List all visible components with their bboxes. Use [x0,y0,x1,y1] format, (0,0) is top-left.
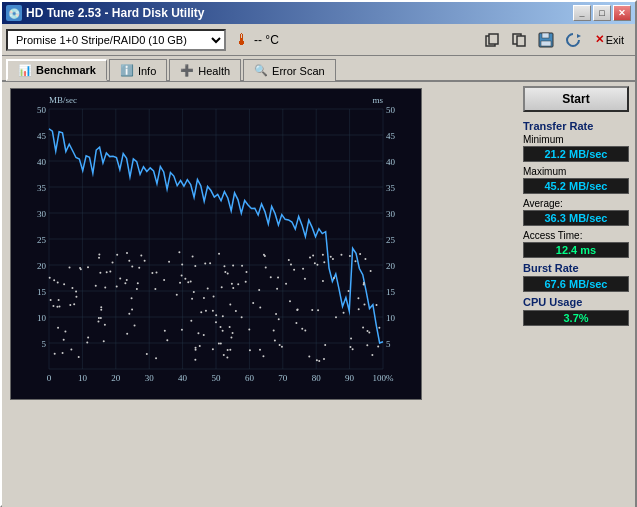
burst-rate-title: Burst Rate [523,262,629,274]
cpu-usage-value: 3.7% [523,310,629,326]
toolbar-icons: ✕ Exit [480,29,631,51]
title-bar: 💿 HD Tune 2.53 - Hard Disk Utility _ □ ✕ [2,2,635,24]
sidebar: Start Transfer Rate Minimum 21.2 MB/sec … [517,82,635,507]
minimum-label: Minimum [523,134,629,145]
tab-error-scan[interactable]: 🔍 Error Scan [243,59,336,81]
svg-rect-3 [517,36,525,46]
close-button[interactable]: ✕ [613,5,631,21]
tabs-bar: 📊 Benchmark ℹ️ Info ➕ Health 🔍 Error Sca… [2,56,635,82]
temp-value: -- °C [254,33,279,47]
burst-rate-section: Burst Rate 67.6 MB/sec [523,262,629,292]
drive-select[interactable]: Promise 1+0 Stripe/RAID0 (10 GB) [6,29,226,51]
thermometer-icon: 🌡 [234,31,250,49]
minimize-button[interactable]: _ [573,5,591,21]
start-button[interactable]: Start [523,86,629,112]
tab-health[interactable]: ➕ Health [169,59,241,81]
main-content: Start Transfer Rate Minimum 21.2 MB/sec … [2,82,635,507]
save-button[interactable] [534,29,558,51]
transfer-rate-title: Transfer Rate [523,120,629,132]
maximum-label: Maximum [523,166,629,177]
burst-rate-value: 67.6 MB/sec [523,276,629,292]
app-icon: 💿 [6,5,22,21]
access-time-value: 12.4 ms [523,242,629,258]
exit-label: Exit [606,34,624,46]
exit-button[interactable]: ✕ Exit [588,29,631,51]
error-scan-tab-icon: 🔍 [254,64,268,77]
info-tab-icon: ℹ️ [120,64,134,77]
svg-rect-6 [541,41,551,46]
health-tab-label: Health [198,65,230,77]
access-time-title: Access Time: [523,230,629,241]
info-tab-label: Info [138,65,156,77]
main-window: 💿 HD Tune 2.53 - Hard Disk Utility _ □ ✕… [0,0,637,507]
transfer-rate-section: Transfer Rate Minimum 21.2 MB/sec Maximu… [523,120,629,226]
copy1-button[interactable] [480,29,504,51]
temp-display: 🌡 -- °C [234,31,279,49]
drive-select-wrapper[interactable]: Promise 1+0 Stripe/RAID0 (10 GB) [6,29,226,51]
toolbar: Promise 1+0 Stripe/RAID0 (10 GB) 🌡 -- °C… [2,24,635,56]
average-label: Average: [523,198,629,209]
error-scan-tab-label: Error Scan [272,65,325,77]
exit-icon: ✕ [595,33,604,46]
svg-rect-5 [542,33,549,38]
maximum-value: 45.2 MB/sec [523,178,629,194]
svg-rect-1 [489,34,498,44]
tab-info[interactable]: ℹ️ Info [109,59,167,81]
benchmark-chart [10,88,422,400]
minimum-value: 21.2 MB/sec [523,146,629,162]
access-time-section: Access Time: 12.4 ms [523,230,629,258]
cpu-usage-section: CPU Usage 3.7% [523,296,629,326]
title-bar-buttons: _ □ ✕ [573,5,631,21]
maximize-button[interactable]: □ [593,5,611,21]
average-value: 36.3 MB/sec [523,210,629,226]
refresh-button[interactable] [561,29,585,51]
svg-marker-7 [577,34,581,38]
window-title: HD Tune 2.53 - Hard Disk Utility [26,6,573,20]
copy2-button[interactable] [507,29,531,51]
benchmark-tab-label: Benchmark [36,64,96,76]
health-tab-icon: ➕ [180,64,194,77]
chart-area [2,82,517,507]
cpu-usage-title: CPU Usage [523,296,629,308]
benchmark-tab-icon: 📊 [18,64,32,77]
tab-benchmark[interactable]: 📊 Benchmark [6,59,107,81]
